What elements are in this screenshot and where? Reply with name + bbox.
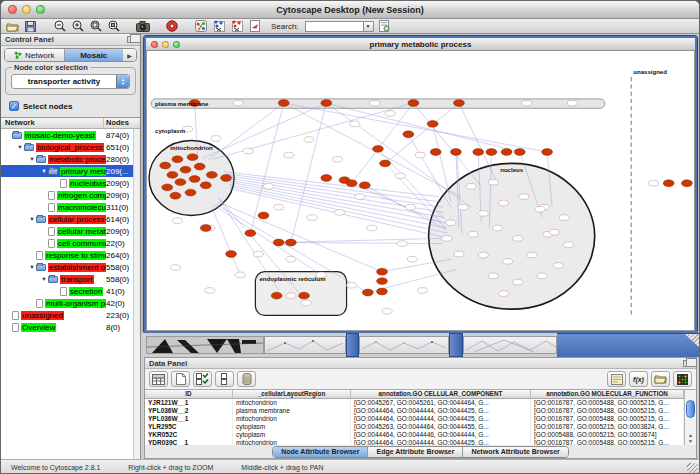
tree-row[interactable]: ▼transport558(0) — [1, 273, 140, 285]
node-outline[interactable] — [233, 100, 243, 106]
table-row[interactable]: YDR039C__1mitochondrion[GO:0044464, GO:0… — [145, 439, 684, 445]
table-row[interactable]: YPL036W__1mitochondrion[GO:0044464, GO:0… — [145, 415, 684, 423]
tree-row[interactable]: nucleobase-209(0) — [1, 177, 140, 189]
node-red[interactable] — [206, 171, 217, 178]
select-nodes-checkbox[interactable]: ✓ — [9, 101, 19, 111]
node-red[interactable] — [285, 239, 296, 246]
tree-expand-icon[interactable]: ▼ — [28, 216, 36, 222]
node-outline[interactable] — [513, 279, 523, 285]
tree-row[interactable]: ▼cellular process614(0) — [1, 213, 140, 225]
node-red[interactable] — [681, 180, 692, 187]
node-outline[interactable] — [503, 258, 513, 264]
node-outline[interactable] — [454, 251, 464, 257]
table-row[interactable]: YJR121W__1mitochondrion[GO:0045267, GO:0… — [145, 399, 684, 407]
node-outline[interactable] — [211, 136, 221, 142]
tree-expand-icon[interactable]: ▼ — [28, 264, 36, 270]
tab-network[interactable]: Network — [5, 49, 65, 61]
tree-scrollbar[interactable] — [133, 129, 140, 459]
node-outline[interactable] — [553, 263, 563, 269]
zoom-in-icon[interactable] — [70, 20, 85, 33]
select-attributes-icon[interactable] — [193, 371, 212, 387]
tree-row[interactable]: unassigned223(0) — [1, 309, 140, 321]
node-outline[interactable] — [522, 100, 532, 106]
tree-row[interactable]: ▼establishment of lo558(0) — [1, 261, 140, 273]
node-red[interactable] — [172, 156, 183, 163]
node-outline[interactable] — [405, 204, 415, 210]
node-red[interactable] — [221, 175, 232, 182]
node-outline[interactable] — [563, 242, 573, 248]
tree-row[interactable]: nitrogen compo209(0) — [1, 189, 140, 201]
node-outline[interactable] — [397, 241, 407, 247]
node-outline[interactable] — [304, 137, 314, 143]
node-red[interactable] — [408, 100, 419, 107]
node-outline[interactable] — [466, 184, 476, 190]
import-attributes-icon[interactable] — [607, 371, 626, 387]
node-outline[interactable] — [648, 180, 658, 186]
node-red[interactable] — [245, 230, 256, 237]
node-red[interactable] — [380, 160, 391, 167]
tree-expand-icon[interactable]: ▼ — [40, 276, 48, 282]
tab-edge-attribute-browser[interactable]: Edge Attribute Browser — [368, 447, 463, 457]
table-column-header[interactable]: ID — [145, 390, 233, 399]
node-red[interactable] — [501, 149, 512, 156]
node-outline[interactable] — [527, 252, 537, 258]
node-outline[interactable] — [385, 111, 395, 117]
node-outline[interactable] — [415, 152, 425, 158]
node-red[interactable] — [430, 149, 441, 156]
node-red[interactable] — [226, 251, 237, 258]
node-outline[interactable] — [567, 100, 577, 106]
node-outline[interactable] — [253, 251, 263, 257]
node-outline[interactable] — [519, 194, 529, 200]
scrollbar-arrows-icon[interactable]: ▲▼ — [685, 432, 696, 444]
node-red[interactable] — [185, 189, 196, 196]
node-red[interactable] — [403, 131, 414, 138]
resize-grip-icon[interactable] — [685, 334, 699, 347]
network-canvas[interactable]: plasma membranecytoplasmmitochondrionnuc… — [147, 51, 694, 330]
node-outline[interactable] — [446, 220, 456, 226]
node-red[interactable] — [258, 212, 269, 219]
node-red[interactable] — [167, 171, 178, 178]
node-outline[interactable] — [549, 229, 559, 235]
node-outline[interactable] — [478, 211, 488, 217]
network-manager-icon[interactable] — [193, 20, 208, 33]
node-outline[interactable] — [478, 252, 488, 258]
attribute-table-icon[interactable] — [149, 371, 168, 387]
node-red[interactable] — [175, 179, 186, 186]
node-outline[interactable] — [172, 218, 182, 224]
node-red[interactable] — [299, 292, 310, 299]
layout-nodes-red-icon[interactable] — [229, 20, 244, 33]
node-red[interactable] — [542, 149, 553, 156]
tree-row[interactable]: macromolecule311(0) — [1, 201, 140, 213]
node-outline[interactable] — [417, 288, 427, 294]
node-color-dropdown[interactable]: transporter activity ▲▼ — [11, 74, 130, 89]
node-outline[interactable] — [395, 173, 405, 179]
float-panel-icon[interactable] — [683, 360, 692, 367]
node-red[interactable] — [200, 225, 211, 232]
node-outline[interactable] — [263, 184, 273, 190]
zoom-fit-icon[interactable] — [88, 20, 103, 33]
scrollbar-thumb[interactable] — [686, 400, 695, 418]
table-row[interactable]: YPL036W__2plasma membrane[GO:0044464, GO… — [145, 407, 684, 415]
table-row[interactable]: YLR295Ccytoplasm[GO:0045263, GO:0044464,… — [145, 423, 684, 431]
table-column-header[interactable]: annotation.GO CELLULAR_COMPONENT — [351, 390, 531, 399]
tabs-overflow-arrow-icon[interactable]: ▶ — [123, 49, 136, 61]
node-outline[interactable] — [537, 273, 547, 279]
node-red[interactable] — [372, 145, 383, 152]
node-outline[interactable] — [442, 236, 452, 242]
float-panel-icon[interactable] — [127, 36, 136, 43]
filter-doc-icon[interactable] — [377, 20, 392, 33]
node-outline[interactable] — [347, 282, 357, 288]
node-red[interactable] — [271, 292, 282, 299]
node-outline[interactable] — [382, 308, 392, 314]
node-red[interactable] — [162, 184, 173, 191]
tree-column-network[interactable]: Network — [1, 118, 104, 128]
node-outline[interactable] — [332, 156, 342, 162]
node-outline[interactable] — [286, 293, 296, 299]
node-red[interactable] — [473, 149, 484, 156]
node-red[interactable] — [450, 149, 461, 156]
layout-nodes-blue-icon[interactable] — [211, 20, 226, 33]
network-window-titlebar[interactable]: primary metabolic process — [146, 38, 695, 51]
node-outline[interactable] — [274, 204, 284, 210]
node-red[interactable] — [321, 100, 332, 107]
delete-attribute-icon[interactable] — [237, 371, 256, 387]
